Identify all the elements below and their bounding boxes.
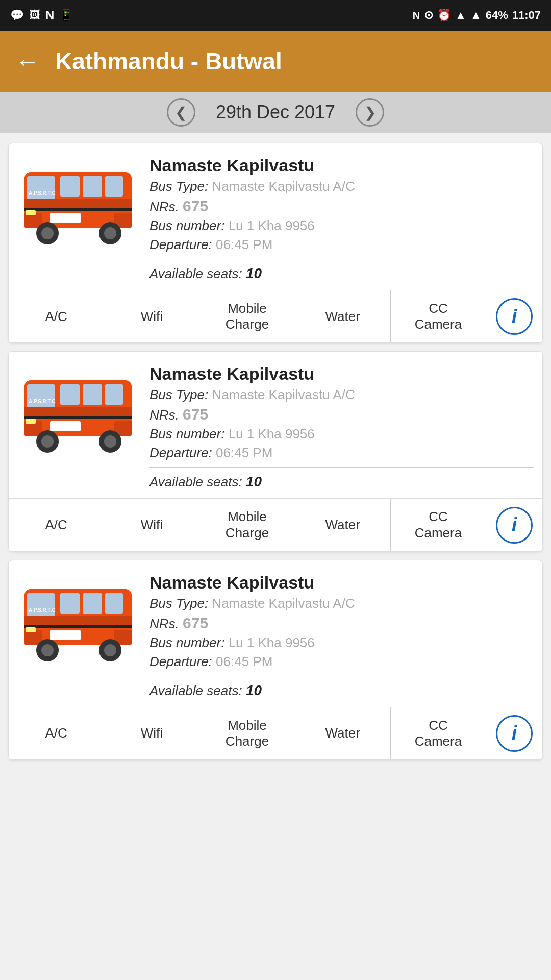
bus-card-top-2: A.P.S.R.T.C Namaste Kapilvastu Bus Type:… <box>9 352 542 498</box>
signal-icon: ▲ <box>470 9 482 22</box>
n-icon: N <box>45 8 54 22</box>
bus-number-value-2: Lu 1 Kha 9956 <box>229 426 315 442</box>
amenity-a/c: A/C <box>9 290 104 342</box>
amenity-a/c: A/C <box>9 707 104 760</box>
bus-type-value-3: Namaste Kapilvastu A/C <box>212 596 355 611</box>
departure-label-3: Departure: <box>149 654 212 669</box>
seats-row-2: Available seats: 10 <box>149 474 534 490</box>
bus-type-label-1: Bus Type: <box>149 179 208 194</box>
info-circle-1[interactable]: i <box>496 298 533 335</box>
amenity-wifi: Wifi <box>104 499 199 551</box>
amenity-wifi: Wifi <box>104 290 199 342</box>
bus-type-row-1: Bus Type: Namaste Kapilvastu A/C <box>149 179 534 194</box>
amenity-water: Water <box>295 707 391 760</box>
bus-type-row-3: Bus Type: Namaste Kapilvastu A/C <box>149 596 534 611</box>
bus-image-1: A.P.S.R.T.C <box>17 152 139 254</box>
seats-count-1: 10 <box>246 265 262 281</box>
svg-rect-37 <box>83 593 102 614</box>
amenity-mobile-charge: MobileCharge <box>199 290 295 342</box>
bus-info-3: Namaste Kapilvastu Bus Type: Namaste Kap… <box>149 569 534 699</box>
svg-rect-39 <box>24 616 132 625</box>
price-value-3: 675 <box>183 615 208 631</box>
bus-number-label-2: Bus number: <box>149 426 224 442</box>
svg-point-44 <box>104 644 116 656</box>
seats-row-3: Available seats: 10 <box>149 682 534 699</box>
svg-point-12 <box>104 227 116 239</box>
page-title: Kathmandu - Butwal <box>55 47 282 75</box>
svg-rect-7 <box>24 199 132 208</box>
bus-type-value-1: Namaste Kapilvastu A/C <box>212 179 355 194</box>
bus-card-top-3: A.P.S.R.T.C Namaste Kapilvastu Bus Type:… <box>9 560 542 707</box>
amenity-cc-camera: CCCamera <box>391 499 486 551</box>
bus-number-label-1: Bus number: <box>149 218 224 233</box>
status-bar: 💬 🖼 N 📱 N ⊙ ⏰ ▲ ▲ 64% 11:07 <box>0 0 551 31</box>
notification-icon: 💬 <box>10 9 24 22</box>
bus-type-value-2: Namaste Kapilvastu A/C <box>212 387 355 402</box>
svg-point-10 <box>41 227 54 239</box>
svg-text:A.P.S.R.T.C: A.P.S.R.T.C <box>29 607 56 613</box>
nrs-label-2: NRs. <box>149 407 179 423</box>
date-navigation: ❮ 29th Dec 2017 ❯ <box>0 92 551 133</box>
svg-rect-35 <box>27 593 55 619</box>
departure-value-2: 06:45 PM <box>216 445 272 460</box>
bus-number-row-3: Bus number: Lu 1 Kha 9956 <box>149 635 534 651</box>
bus-type-label-3: Bus Type: <box>149 596 208 611</box>
app-header: ← Kathmandu - Butwal <box>0 31 551 92</box>
seats-label-2: Available seats: <box>149 474 242 489</box>
departure-row-1: Departure: 06:45 PM <box>149 237 534 253</box>
bus-image-3: A.P.S.R.T.C <box>17 569 139 671</box>
nfc-icon: N <box>413 10 420 21</box>
bus-card-3[interactable]: A.P.S.R.T.C Namaste Kapilvastu Bus Type:… <box>8 560 543 760</box>
svg-rect-46 <box>26 627 36 632</box>
departure-row-3: Departure: 06:45 PM <box>149 654 534 670</box>
info-button-2[interactable]: i <box>486 499 542 551</box>
info-circle-3[interactable]: i <box>496 715 533 752</box>
seats-row-1: Available seats: 10 <box>149 265 534 282</box>
amenities-row-3: A/CWifiMobileChargeWaterCCCamera i <box>9 707 542 760</box>
wifi-icon: ▲ <box>455 9 466 22</box>
seats-count-2: 10 <box>246 474 262 489</box>
svg-point-28 <box>104 435 116 448</box>
back-button[interactable]: ← <box>15 47 40 76</box>
svg-rect-14 <box>26 210 36 215</box>
amenity-water: Water <box>295 290 391 342</box>
info-button-1[interactable]: i <box>486 290 542 342</box>
svg-rect-5 <box>83 176 102 197</box>
focus-icon: ⊙ <box>424 9 433 22</box>
bus-card-1[interactable]: A.P.S.R.T.C Namaste Kapilvastu Bus Type:… <box>8 143 543 343</box>
svg-rect-3 <box>27 176 55 202</box>
departure-label-2: Departure: <box>149 445 212 460</box>
next-date-button[interactable]: ❯ <box>356 98 384 127</box>
svg-rect-31 <box>50 421 81 431</box>
nrs-label-3: NRs. <box>149 616 179 631</box>
bus-price-row-2: NRs. 675 <box>149 406 534 423</box>
amenities-row-2: A/CWifiMobileChargeWaterCCCamera i <box>9 498 542 551</box>
bus-number-value-1: Lu 1 Kha 9956 <box>229 218 315 233</box>
info-circle-2[interactable]: i <box>496 507 533 544</box>
amenity-mobile-charge: MobileCharge <box>199 707 295 760</box>
bus-card-2[interactable]: A.P.S.R.T.C Namaste Kapilvastu Bus Type:… <box>8 351 543 551</box>
svg-rect-19 <box>27 384 55 410</box>
amenity-cc-camera: CCCamera <box>391 290 486 342</box>
svg-point-26 <box>41 435 54 448</box>
svg-rect-24 <box>24 416 132 419</box>
bus-number-row-2: Bus number: Lu 1 Kha 9956 <box>149 426 534 442</box>
time-display: 11:07 <box>512 9 541 22</box>
bus-price-row-3: NRs. 675 <box>149 615 534 632</box>
svg-rect-20 <box>60 384 80 405</box>
bus-info-2: Namaste Kapilvastu Bus Type: Namaste Kap… <box>149 360 534 490</box>
bus-list: A.P.S.R.T.C Namaste Kapilvastu Bus Type:… <box>0 133 551 770</box>
seats-label-1: Available seats: <box>149 266 242 281</box>
svg-rect-38 <box>105 593 123 614</box>
svg-rect-36 <box>60 593 80 614</box>
departure-row-2: Departure: 06:45 PM <box>149 445 534 461</box>
amenity-water: Water <box>295 499 391 551</box>
amenity-mobile-charge: MobileCharge <box>199 499 295 551</box>
amenities-row-1: A/CWifiMobileChargeWaterCCCamera i <box>9 290 542 342</box>
info-button-3[interactable]: i <box>486 707 542 760</box>
svg-rect-6 <box>105 176 123 197</box>
image-icon: 🖼 <box>29 9 40 22</box>
prev-date-button[interactable]: ❮ <box>167 98 195 127</box>
nrs-label-1: NRs. <box>149 199 179 214</box>
svg-rect-47 <box>50 630 81 640</box>
